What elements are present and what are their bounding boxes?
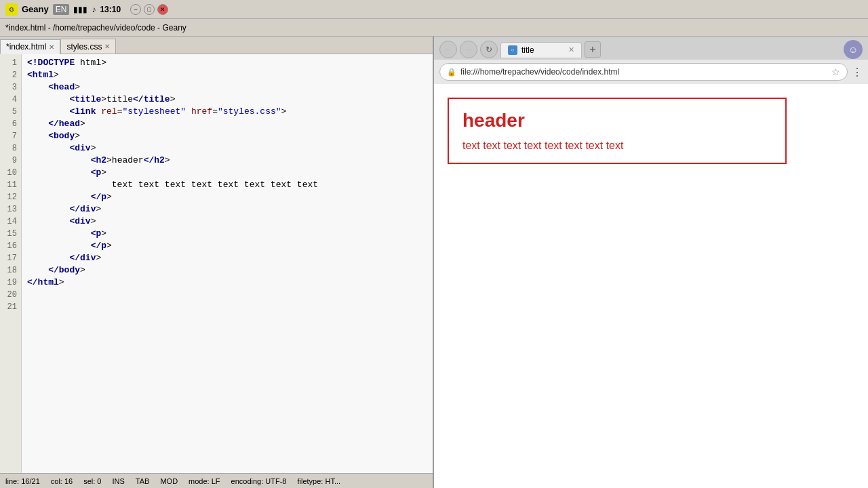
editor-panel: *index.html ✕ styles.css ✕ 1234567891011…	[0, 37, 434, 488]
browser-panel: ← → ↻ ○ title ✕ + ☺ 🔒 file:///home/trepa…	[434, 37, 868, 488]
code-line: </div>	[27, 203, 427, 216]
preview-header: header	[462, 110, 772, 131]
profile-button[interactable]: ☺	[844, 40, 863, 59]
battery-icon: ▮▮▮	[73, 5, 87, 14]
browser-tab-close[interactable]: ✕	[568, 45, 574, 54]
line-number: 21	[4, 301, 17, 313]
app-title: Geany	[22, 4, 49, 14]
status-ins: INS	[112, 477, 124, 485]
volume-icon: ♪	[92, 5, 96, 14]
code-line: <!DOCTYPE html>	[27, 57, 427, 69]
line-number: 10	[4, 167, 17, 179]
code-line: <body>	[27, 130, 427, 142]
code-line: <div>	[27, 142, 427, 155]
keyboard-indicator: EN	[53, 4, 70, 15]
browser-tab[interactable]: ○ title ✕	[500, 42, 582, 58]
code-line: <p>	[27, 228, 427, 240]
line-number: 18	[4, 264, 17, 277]
line-number: 17	[4, 252, 17, 264]
code-line: </body>	[27, 264, 427, 277]
bookmark-icon[interactable]: ☆	[831, 66, 840, 77]
window-title: *index.html - /home/trepachev/video/code…	[5, 23, 186, 33]
line-number: 3	[4, 81, 17, 94]
browser-viewport: header text text text text text text tex…	[434, 84, 868, 488]
tab-favicon: ○	[508, 45, 517, 55]
preview-div: header text text text text text text tex…	[448, 98, 787, 164]
line-number: 4	[4, 94, 17, 106]
clock: 13:10	[100, 5, 121, 14]
line-number: 8	[4, 142, 17, 155]
browser-menu-icon[interactable]: ⋮	[852, 66, 863, 79]
status-encoding: encoding: UTF-8	[231, 477, 287, 485]
status-col: col: 16	[51, 477, 73, 485]
status-sel: sel: 0	[83, 477, 101, 485]
maximize-button[interactable]: □	[144, 4, 155, 15]
system-bar: G Geany EN ▮▮▮ ♪ 13:10 − □ ✕	[0, 0, 868, 19]
reload-button[interactable]: ↻	[480, 41, 498, 58]
system-tray: EN ▮▮▮ ♪ 13:10	[53, 4, 121, 15]
status-tab: TAB	[136, 477, 150, 485]
line-numbers: 123456789101112131415161718192021	[0, 54, 22, 473]
line-number: 1	[4, 57, 17, 69]
line-number: 7	[4, 130, 17, 142]
code-line: <title>title</title>	[27, 94, 427, 106]
tab-index-html-close[interactable]: ✕	[49, 43, 54, 51]
line-number: 14	[4, 216, 17, 228]
status-mod: MOD	[160, 477, 178, 485]
editor-tabs: *index.html ✕ styles.css ✕	[0, 37, 433, 54]
status-bar: line: 16/21 col: 16 sel: 0 INS TAB MOD m…	[0, 473, 433, 488]
window-titlebar: *index.html - /home/trepachev/video/code…	[0, 19, 868, 37]
browser-page: header text text text text text text tex…	[434, 84, 868, 178]
forward-button[interactable]: →	[460, 41, 477, 58]
code-content[interactable]: <!DOCTYPE html><html> <head> <title>titl…	[22, 54, 433, 473]
status-mode: mode: LF	[189, 477, 220, 485]
browser-nav-buttons: ← → ↻	[439, 41, 498, 58]
back-button[interactable]: ←	[439, 41, 457, 58]
new-tab-button[interactable]: +	[585, 41, 601, 58]
status-filetype: filetype: HT...	[297, 477, 340, 485]
code-line: </p>	[27, 191, 427, 203]
code-line: <link rel="stylesheet" href="styles.css"…	[27, 106, 427, 118]
code-line: </div>	[27, 252, 427, 264]
tab-styles-css-close[interactable]: ✕	[104, 43, 110, 50]
line-number: 20	[4, 289, 17, 301]
address-bar[interactable]: 🔒 file:///home/trepachev/video/code/inde…	[439, 63, 848, 81]
code-line: <div>	[27, 216, 427, 228]
preview-paragraph: text text text text text text text text	[462, 140, 772, 152]
status-position: line: 16/21	[5, 477, 40, 485]
line-number: 5	[4, 106, 17, 118]
line-number: 9	[4, 155, 17, 167]
line-number: 16	[4, 240, 17, 252]
line-number: 12	[4, 191, 17, 203]
line-number: 13	[4, 203, 17, 216]
browser-tab-label: title	[521, 45, 534, 55]
app-icon: G	[5, 3, 18, 16]
line-number: 19	[4, 277, 17, 289]
line-number: 15	[4, 228, 17, 240]
tab-styles-css-label: styles.css	[66, 42, 102, 52]
browser-toolbar: 🔒 file:///home/trepachev/video/code/inde…	[434, 60, 868, 84]
browser-tab-bar: ← → ↻ ○ title ✕ + ☺	[434, 37, 868, 60]
code-line: text text text text text text text text	[27, 179, 427, 191]
tab-index-html[interactable]: *index.html ✕	[0, 39, 60, 54]
tab-index-html-label: *index.html	[6, 42, 46, 52]
code-line: </head>	[27, 118, 427, 130]
code-line: <html>	[27, 69, 427, 81]
code-editor[interactable]: 123456789101112131415161718192021 <!DOCT…	[0, 54, 433, 473]
code-line: <head>	[27, 81, 427, 94]
close-button[interactable]: ✕	[157, 4, 168, 15]
code-line: </p>	[27, 240, 427, 252]
code-line: <p>	[27, 167, 427, 179]
main-area: *index.html ✕ styles.css ✕ 1234567891011…	[0, 37, 868, 488]
tab-styles-css[interactable]: styles.css ✕	[60, 39, 116, 54]
line-number: 2	[4, 69, 17, 81]
line-number: 11	[4, 179, 17, 191]
line-number: 6	[4, 118, 17, 130]
lock-icon: 🔒	[447, 68, 456, 77]
code-line: </html>	[27, 277, 427, 289]
minimize-button[interactable]: −	[130, 4, 141, 15]
code-line: <h2>header</h2>	[27, 155, 427, 167]
url-text: file:///home/trepachev/video/code/index.…	[460, 67, 827, 77]
